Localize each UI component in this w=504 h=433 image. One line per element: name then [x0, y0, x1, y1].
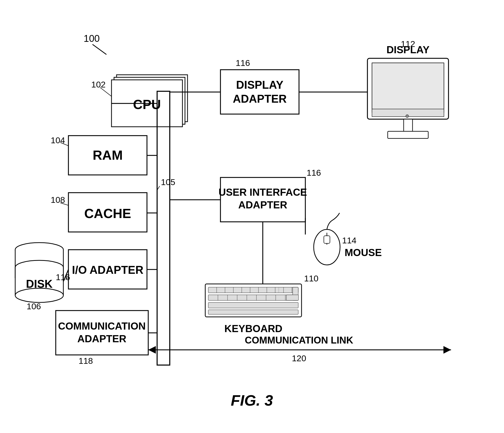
io-adapter-label: I/O ADAPTER	[72, 264, 143, 276]
svg-line-0	[92, 44, 106, 55]
cpu-ref: 102	[91, 80, 106, 89]
cache-label: CACHE	[84, 206, 131, 221]
svg-point-29	[406, 115, 409, 118]
svg-rect-35	[208, 295, 298, 300]
ui-adapter-line2: ADAPTER	[238, 199, 287, 210]
svg-marker-73	[443, 346, 451, 354]
svg-rect-36	[208, 302, 298, 308]
svg-rect-26	[404, 119, 413, 132]
bus-ref: 105	[161, 177, 175, 187]
comm-link-label: COMMUNICATION LINK	[245, 335, 353, 346]
mouse-label: MOUSE	[345, 247, 382, 258]
svg-rect-32	[324, 236, 330, 243]
comm-adapter-ref: 118	[79, 356, 93, 366]
diagram-container: 100 CPU 102 RAM 104 CACHE 108	[0, 0, 504, 433]
display-adapter-ref: 116	[236, 58, 250, 68]
keyboard-label: KEYBOARD	[225, 323, 283, 334]
fig-ref-100: 100	[84, 33, 100, 44]
svg-rect-27	[388, 131, 428, 138]
svg-rect-22	[220, 70, 299, 114]
keyboard-ref: 110	[304, 274, 319, 283]
svg-point-18	[15, 288, 63, 302]
svg-rect-34	[208, 287, 298, 293]
svg-rect-59	[157, 91, 170, 365]
display-adapter-line1: DISPLAY	[236, 79, 284, 91]
cache-ref: 108	[51, 195, 65, 205]
display-adapter-line2: ADAPTER	[233, 93, 287, 105]
comm-link-ref: 120	[292, 353, 306, 363]
svg-rect-58	[286, 295, 298, 300]
svg-rect-25	[372, 63, 444, 112]
ui-adapter-line1: USER INTERFACE	[219, 187, 307, 198]
display-ref-num: 112	[401, 39, 415, 49]
svg-marker-72	[148, 346, 156, 354]
disk-ref: 106	[27, 301, 41, 311]
comm-adapter-line2: ADAPTER	[77, 333, 126, 344]
fig-label: FIG. 3	[231, 392, 273, 409]
svg-rect-21	[56, 311, 148, 355]
svg-rect-37	[208, 310, 298, 314]
svg-line-4	[100, 87, 111, 96]
ram-label: RAM	[93, 148, 123, 163]
io-ref: 116	[56, 272, 70, 282]
disk-label: DISK	[26, 278, 52, 290]
comm-adapter-line1: COMMUNICATION	[58, 320, 146, 332]
ui-adapter-ref: 116	[307, 168, 321, 177]
mouse-ref: 114	[342, 236, 357, 245]
